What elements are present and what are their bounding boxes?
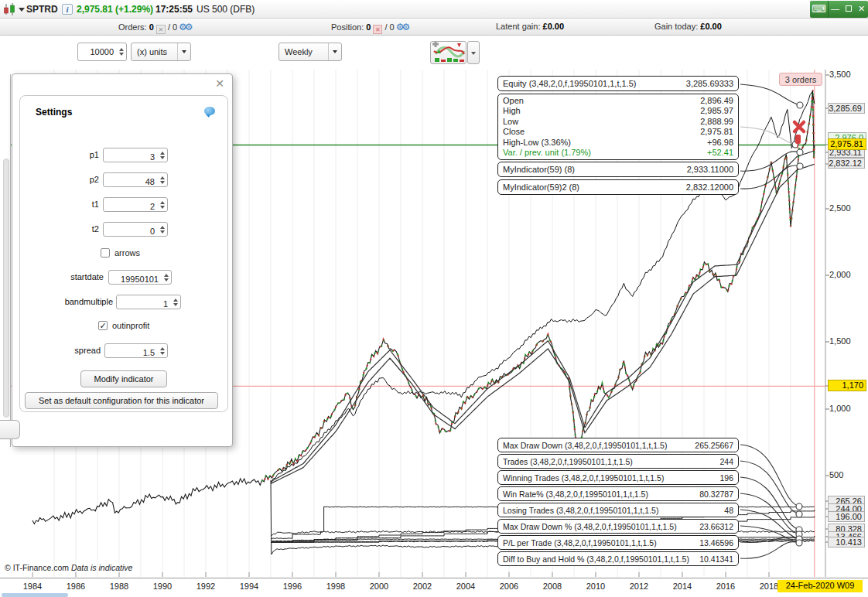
ohlc-info-box[interactable]: Open2,896.49High2,985.97Low2,888.99Close… xyxy=(497,94,739,160)
keyboard-icon[interactable]: ⌨ xyxy=(810,1,829,18)
equity-info-box[interactable]: Equity (3,48,2,0,f,19950101,1,t,1.5) 3,2… xyxy=(497,76,739,91)
orders-count-badge[interactable]: 3 orders xyxy=(779,73,822,86)
y-axis-label: 2,000 xyxy=(829,270,851,280)
x-axis-label: 1990 xyxy=(145,582,179,591)
order-info-bar: Orders: 0✕/ 0⚙⚙ Position: 0✕/ 0⚙⚙ Latent… xyxy=(0,19,868,36)
stat-value: 196 xyxy=(719,473,733,483)
field-value[interactable]: 48 xyxy=(104,173,158,186)
ohlc-row-value: 2,975.81 xyxy=(700,127,733,137)
stat-box[interactable]: Max Draw Down (3,48,2,0,f,19950101,1,t,1… xyxy=(497,438,739,452)
horizontal-scrollbar[interactable] xyxy=(2,593,68,597)
last-price: 2,975.81 (+1.29%) xyxy=(77,4,153,15)
quantity-value[interactable]: 10000 xyxy=(78,43,117,60)
instrument-name: US 500 (DFB) xyxy=(196,4,255,15)
collapsed-side-tab[interactable] xyxy=(0,420,20,439)
stat-value: 265.25667 xyxy=(695,441,733,450)
position-settings-gear-icon[interactable]: ⚙⚙ xyxy=(396,22,408,32)
quantity-stepper[interactable]: 10000 xyxy=(77,43,127,61)
orders-settings-gear-icon[interactable]: ⚙⚙ xyxy=(179,22,191,32)
timeframe-select[interactable]: Weekly xyxy=(279,43,342,61)
units-select[interactable]: (x) units xyxy=(131,43,191,61)
stat-value: 48 xyxy=(724,506,733,515)
ohlc-row: Var. / prev. unit (1.79%)+52.41 xyxy=(503,148,733,158)
indicator-settings-dialog[interactable]: ✕ Settings 3p148p22t10t2 arrows startdat… xyxy=(12,73,233,447)
startdate-label: startdate xyxy=(51,270,104,285)
field-stepper-input[interactable]: 2 xyxy=(103,197,168,212)
maximize-button[interactable] xyxy=(842,1,855,18)
bandmultiple-input[interactable]: 1 xyxy=(116,295,181,309)
ohlc-row-value: 2,985.97 xyxy=(700,106,733,116)
stat-box[interactable]: Trades (3,48,2,0,f,19950101,1,t,1.5)244 xyxy=(497,454,739,469)
stat-box[interactable]: Diff to Buy and Hold % (3,48,2,0,f,19950… xyxy=(497,551,739,566)
quote-time: 17:25:55 xyxy=(155,4,193,15)
ohlc-row-label: Low xyxy=(503,117,518,127)
arrows-option[interactable]: arrows xyxy=(101,248,140,258)
titlebar: SPTRD i 2,975.81 (+1.29%) 17:25:55 US 50… xyxy=(0,0,868,19)
indicator2-info-box[interactable]: MyIndicator(59)2 (8) 2,832.12000 xyxy=(497,179,739,195)
x-axis: 1984198619881990199219941996199820002002… xyxy=(0,578,868,597)
minimize-button[interactable]: — xyxy=(829,1,842,18)
field-value[interactable]: 3 xyxy=(104,148,158,162)
field-spin-arrows[interactable] xyxy=(158,148,167,162)
stat-box[interactable]: Losing Trades (3,48,2,0,f,19950101,1,t,1… xyxy=(497,503,739,517)
info-icon[interactable]: i xyxy=(62,4,73,15)
cancel-orders-icon[interactable]: ✕ xyxy=(156,25,166,34)
chart-type-button[interactable] xyxy=(430,41,466,64)
field-value[interactable]: 2 xyxy=(104,198,158,211)
chart-type-dropdown-caret[interactable] xyxy=(467,41,480,64)
startdate-input[interactable]: 19950101 xyxy=(108,270,172,285)
stat-box[interactable]: P/L per Trade (3,48,2,0,f,19950101,1,t,1… xyxy=(497,535,739,550)
field-spin-arrows[interactable] xyxy=(158,198,167,211)
ohlc-row-label: Var. / prev. unit (1.79%) xyxy=(503,148,591,158)
units-dropdown-caret[interactable] xyxy=(177,43,190,60)
x-axis-label: 1994 xyxy=(232,582,266,591)
outinprofit-option[interactable]: ✓ outinprofit xyxy=(98,321,149,330)
set-default-button[interactable]: Set as default configuration for this in… xyxy=(25,392,218,409)
instrument-dropdown-caret[interactable] xyxy=(19,8,25,12)
x-axis-label: 2006 xyxy=(492,582,526,591)
field-spin-arrows[interactable] xyxy=(158,173,167,186)
field-spin-arrows[interactable] xyxy=(158,223,167,236)
y-axis-label: 3,500 xyxy=(829,70,851,80)
stat-label: Max Draw Down % (3,48,2,0,f,19950101,1,t… xyxy=(503,522,677,531)
x-axis-label: 2000 xyxy=(362,582,396,591)
outinprofit-checkbox[interactable]: ✓ xyxy=(98,321,108,330)
x-axis-label: 1984 xyxy=(15,582,50,591)
stat-value: 13.46596 xyxy=(699,538,733,548)
timeframe-dropdown-caret[interactable] xyxy=(328,43,341,60)
stat-box[interactable]: Win Rate% (3,48,2,0,f,19950101,1,t,1.5)8… xyxy=(497,486,739,501)
x-axis-label: 2012 xyxy=(622,582,656,591)
instrument-symbol[interactable]: SPTRD xyxy=(26,4,58,15)
close-button[interactable]: ✕ xyxy=(855,1,868,18)
stat-value: 80.32787 xyxy=(699,490,733,499)
stat-box[interactable]: Winning Trades (3,48,2,0,f,19950101,1,t,… xyxy=(497,470,739,485)
x-axis-label: 1986 xyxy=(59,582,93,591)
field-stepper-input[interactable]: 48 xyxy=(103,172,168,187)
quantity-spin-arrows[interactable] xyxy=(117,43,126,60)
x-axis-label: 1996 xyxy=(275,582,309,591)
field-label: p2 xyxy=(79,172,99,187)
close-position-icon[interactable]: ✕ xyxy=(373,25,382,34)
timeframe-value: Weekly xyxy=(279,43,328,60)
settings-panel: Settings 3p148p22t10t2 arrows startdate … xyxy=(19,95,228,412)
field-stepper-input[interactable]: 0 xyxy=(103,222,168,237)
help-bubble-icon[interactable] xyxy=(204,107,215,115)
spread-input[interactable]: 1.5 xyxy=(104,343,168,358)
field-value[interactable]: 0 xyxy=(104,223,158,236)
arrows-checkbox[interactable] xyxy=(101,248,110,258)
indicator1-info-box[interactable]: MyIndicator(59) (8) 2,933.11000 xyxy=(497,162,739,177)
chart-area[interactable]: Equity (3,48,2,0,f,19950101,1,t,1.5) 3,2… xyxy=(0,70,868,578)
field-label: t1 xyxy=(79,197,99,212)
background-panel-scrollbar[interactable] xyxy=(3,159,9,418)
modify-indicator-button[interactable]: Modify indicator xyxy=(80,370,167,387)
field-label: p1 xyxy=(79,148,99,162)
stat-box[interactable]: Max Draw Down % (3,48,2,0,f,19950101,1,t… xyxy=(497,519,739,534)
field-stepper-input[interactable]: 3 xyxy=(103,148,168,162)
ohlc-row: Low2,888.99 xyxy=(503,117,733,127)
stat-label: P/L per Trade (3,48,2,0,f,19950101,1,t,1… xyxy=(503,538,657,548)
x-axis-label: 1998 xyxy=(319,582,353,591)
ohlc-row-label: Close xyxy=(503,127,525,137)
y-axis-label: 2,975.81 xyxy=(828,138,866,150)
series-endpoint-marker xyxy=(796,540,802,546)
dialog-close-icon[interactable]: ✕ xyxy=(214,78,226,90)
